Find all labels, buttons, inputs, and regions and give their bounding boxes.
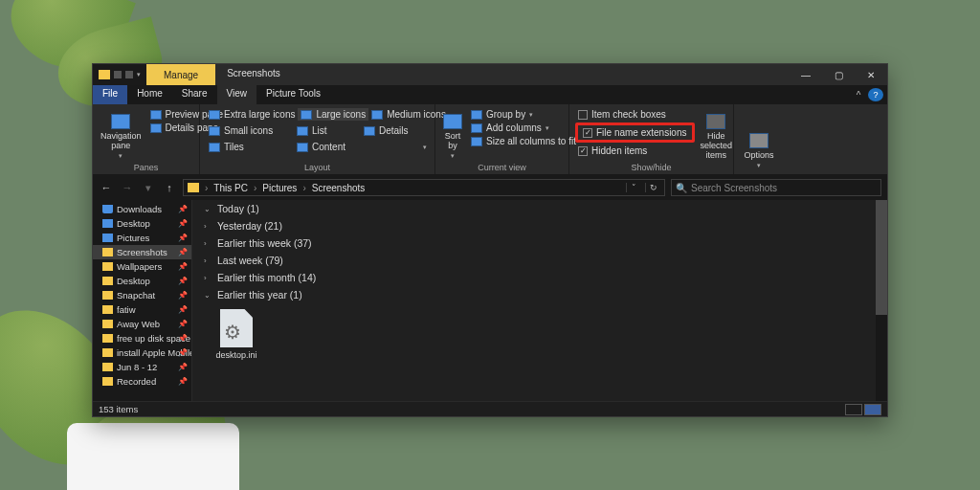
tree-item-downloads[interactable]: Downloads📌 xyxy=(93,202,191,216)
group-by-icon xyxy=(471,110,482,120)
hidden-items-checkbox[interactable]: ✓Hidden items xyxy=(575,145,695,157)
tree-item-desktop[interactable]: Desktop📌 xyxy=(93,216,191,231)
contextual-tab-manage[interactable]: Manage xyxy=(146,64,215,85)
group-header[interactable]: ›Earlier this week (37) xyxy=(192,234,887,252)
address-dropdown[interactable]: ˅ xyxy=(626,183,641,192)
forward-button[interactable]: → xyxy=(120,182,135,193)
tree-item[interactable]: fatiw📌 xyxy=(93,302,191,317)
tree-item-pictures[interactable]: Pictures📌 xyxy=(93,231,191,245)
item-check-boxes-checkbox[interactable]: Item check boxes xyxy=(575,108,695,121)
tab-home[interactable]: Home xyxy=(127,85,172,104)
ribbon: Navigation pane ▾ Preview pane Details p… xyxy=(93,104,887,175)
label: Recorded xyxy=(117,376,156,387)
layout-more-icon[interactable]: ▾ xyxy=(421,142,429,153)
maximize-button[interactable]: ▢ xyxy=(822,64,855,85)
list-icon xyxy=(297,126,308,136)
search-box[interactable]: 🔍 Search Screenshots xyxy=(671,179,881,196)
label: Wallpapers xyxy=(117,261,162,272)
up-button[interactable]: ↑ xyxy=(162,182,177,193)
label: Options xyxy=(744,150,773,160)
folder-icon xyxy=(188,183,199,192)
tree-item[interactable]: Wallpapers📌 xyxy=(93,259,191,274)
view-large-icons-button[interactable] xyxy=(864,404,881,415)
ribbon-group-panes: Navigation pane ▾ Preview pane Details p… xyxy=(93,104,200,174)
layout-large-icons[interactable]: Large icons xyxy=(298,108,368,121)
address-bar[interactable]: › This PC › Pictures › Screenshots ˅ ↻ xyxy=(183,179,665,196)
qat-dropdown-icon[interactable]: ▾ xyxy=(137,71,141,78)
pin-icon: 📌 xyxy=(178,234,188,242)
label: Extra large icons xyxy=(224,109,295,120)
qat-button[interactable] xyxy=(125,71,133,78)
tree-item[interactable]: free up disk space📌 xyxy=(93,331,191,345)
refresh-button[interactable]: ↻ xyxy=(645,183,660,192)
group-header[interactable]: ›Yesterday (21) xyxy=(192,217,887,234)
breadcrumb[interactable]: Pictures xyxy=(262,183,297,193)
file-list[interactable]: ⌄Today (1) ›Yesterday (21) ›Earlier this… xyxy=(192,200,887,401)
details-pane-icon xyxy=(150,123,162,133)
label: Desktop xyxy=(117,218,150,229)
add-columns-button[interactable]: Add columns▾ xyxy=(468,122,579,134)
tab-share[interactable]: Share xyxy=(172,85,217,104)
tree-item[interactable]: Away Web📌 xyxy=(93,317,191,331)
navigation-pane-button[interactable]: Navigation pane ▾ xyxy=(99,108,144,162)
group-header[interactable]: ⌄Today (1) xyxy=(192,200,887,217)
group-by-button[interactable]: Group by▾ xyxy=(468,108,579,121)
group-label: Layout xyxy=(206,162,429,172)
file-menu[interactable]: File xyxy=(93,85,127,104)
tree-item-screenshots[interactable]: Screenshots📌 xyxy=(93,245,191,259)
layout-small-icons[interactable]: Small icons xyxy=(206,124,294,137)
label: Navigation pane xyxy=(100,131,142,150)
minimize-button[interactable]: — xyxy=(790,64,822,85)
sort-by-button[interactable]: Sort by ▾ xyxy=(441,108,464,162)
tab-view[interactable]: View xyxy=(217,85,257,104)
explorer-body: Downloads📌 Desktop📌 Pictures📌 Screenshot… xyxy=(93,200,887,401)
layout-content[interactable]: Content xyxy=(294,141,348,153)
label: Hide selected items xyxy=(701,131,733,160)
tree-item[interactable]: Desktop📌 xyxy=(93,274,191,288)
collapse-ribbon-icon[interactable]: ^ xyxy=(849,85,868,104)
label: Screenshots xyxy=(117,247,167,257)
file-item[interactable]: desktop.ini xyxy=(208,309,265,360)
close-button[interactable]: ✕ xyxy=(855,64,887,85)
layout-extra-large-icons[interactable]: Extra large icons xyxy=(206,108,298,121)
group-header[interactable]: ⌄Earlier this year (1) xyxy=(192,286,887,303)
group-header[interactable]: ›Last week (79) xyxy=(192,252,887,269)
size-columns-button[interactable]: Size all columns to fit xyxy=(468,135,579,147)
tab-picture-tools[interactable]: Picture Tools xyxy=(256,85,330,104)
help-icon[interactable]: ? xyxy=(868,88,883,101)
label: Content xyxy=(312,142,345,152)
breadcrumb[interactable]: Screenshots xyxy=(312,183,366,193)
back-button[interactable]: ← xyxy=(99,182,114,193)
qat-button[interactable] xyxy=(114,71,122,78)
view-details-button[interactable] xyxy=(845,404,862,415)
chevron-down-icon: ▾ xyxy=(451,152,455,160)
ribbon-group-show-hide: Item check boxes ✓File name extensions ✓… xyxy=(569,104,734,174)
layout-details[interactable]: Details xyxy=(361,124,412,137)
pin-icon: 📌 xyxy=(178,334,188,343)
small-icons-icon xyxy=(209,126,220,136)
layout-tiles[interactable]: Tiles xyxy=(206,141,294,153)
tree-item[interactable]: Jun 8 - 12📌 xyxy=(93,360,191,374)
navigation-tree[interactable]: Downloads📌 Desktop📌 Pictures📌 Screenshot… xyxy=(93,200,192,401)
breadcrumb[interactable]: This PC xyxy=(213,183,248,193)
label: Details xyxy=(379,125,409,136)
label: Downloads xyxy=(117,204,162,214)
history-dropdown[interactable]: ▾ xyxy=(141,182,156,194)
ini-file-icon xyxy=(220,309,253,347)
tree-item[interactable]: Recorded📌 xyxy=(93,374,191,389)
tree-item[interactable]: install Apple Mobile📌 xyxy=(93,345,191,360)
titlebar: ▾ Manage Screenshots — ▢ ✕ xyxy=(93,64,887,85)
label: Large icons xyxy=(316,109,366,120)
tree-item[interactable]: Snapchat📌 xyxy=(93,288,191,302)
group-header[interactable]: ›Earlier this month (14) xyxy=(192,269,887,286)
options-button[interactable]: Options ▾ xyxy=(740,108,778,171)
navigation-pane-icon xyxy=(111,114,130,129)
layout-list[interactable]: List xyxy=(294,124,361,137)
label: Jun 8 - 12 xyxy=(117,362,157,372)
file-explorer-window: ▾ Manage Screenshots — ▢ ✕ File Home Sha… xyxy=(92,63,888,417)
scrollbar-thumb[interactable] xyxy=(876,200,887,315)
status-bar: 153 items xyxy=(93,401,887,416)
file-name-extensions-checkbox[interactable]: ✓File name extensions xyxy=(580,126,690,139)
caret-right-icon: › xyxy=(204,239,212,248)
hide-selected-items-button[interactable]: Hide selected items xyxy=(699,108,735,162)
